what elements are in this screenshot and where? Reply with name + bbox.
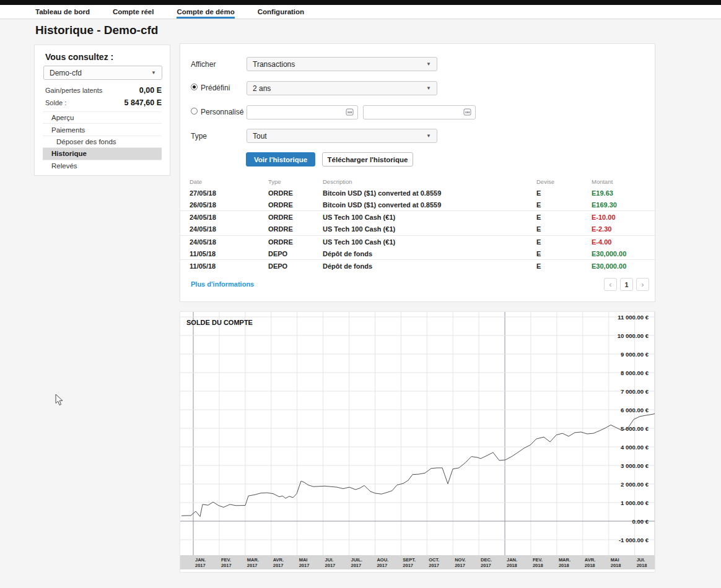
tab-tableau-de-bord[interactable]: Tableau de bord [35,5,90,19]
table-header-row: DateTypeDescriptionDeviseMontant [180,176,656,187]
cell-date: 24/05/18 [190,238,268,246]
cell-date: 27/05/18 [190,189,268,197]
pagination: ‹ 1 › [604,278,649,291]
cell-description: US Tech 100 Cash (€1) [323,225,536,233]
y-axis-tick-label: 3 000.00 € [621,462,649,469]
sidebar-heading: Vous consultez : [45,52,113,62]
column-header-description: Description [323,178,536,185]
table-row[interactable]: 11/05/18DEPODépôt de fondsEE30,000.00 [180,260,656,272]
x-axis-month-label: JAN. [195,557,206,563]
column-header-devise: Devise [536,178,592,185]
app-window: Tableau de bordCompte réelCompte de démo… [0,0,721,588]
pagination-current-page[interactable]: 1 [620,278,633,291]
calendar-icon[interactable] [346,107,354,118]
x-axis-month-label: FEV. [221,557,231,563]
pagination-next-button[interactable]: › [636,278,649,291]
chevron-down-icon: ▼ [151,70,156,76]
history-panel: Afficher Transactions ▼ Prédéfini 2 ans … [180,43,655,302]
tab-configuration[interactable]: Configuration [258,5,304,19]
y-axis-tick-label: 10 000.00 € [618,332,649,339]
column-header-montant: Montant [592,178,656,185]
chevron-down-icon: ▼ [426,85,431,91]
table-row[interactable]: 26/05/18ORDREBitcoin USD ($1) converted … [180,199,656,212]
account-select[interactable]: Demo-cfd ▼ [43,66,162,80]
sidebar-item-historique[interactable]: Historique [43,147,162,159]
cell-type: ORDRE [268,189,323,197]
x-axis-year-label: 2017 [351,563,362,568]
afficher-label: Afficher [191,60,216,69]
sidebar-item-releve-s[interactable]: Relevés [43,160,162,171]
table-row[interactable]: 24/05/18ORDREUS Tech 100 Cash (€1)EE-4.0… [180,236,656,248]
predefini-radio[interactable] [191,84,198,90]
cell-devise: E [536,262,592,270]
cell-montant: E30,000.00 [592,262,656,270]
x-axis-month-label: FEV. [533,557,543,563]
cell-montant: E169.30 [592,201,656,209]
y-axis-tick-label: 7 000.00 € [621,388,649,395]
calendar-icon[interactable] [463,107,471,118]
y-axis-tick-label: 6 000.00 € [621,407,649,413]
x-axis-month-label: JUI. [637,557,645,563]
personnalise-radio[interactable] [191,108,198,115]
x-axis-month-label: AVR. [273,557,284,563]
sidebar-item-paiements[interactable]: Paiements [43,123,162,135]
cell-description: Bitcoin USD ($1) converted at 0.8559 [323,189,536,197]
x-axis-year-label: 2018 [585,563,595,568]
x-axis-month-label: MAR. [247,557,259,563]
tab-compte-de-de-mo[interactable]: Compte de démo [177,5,234,19]
more-info-link[interactable]: Plus d'informations [191,280,254,288]
afficher-select-value: Transactions [253,60,295,69]
cell-type: ORDRE [268,214,323,221]
table-row[interactable]: 24/05/18ORDREUS Tech 100 Cash (€1)EE-2.3… [180,223,656,236]
x-axis-year-label: 2017 [221,563,232,568]
x-axis-year-label: 2017 [377,563,387,568]
cell-type: ORDRE [268,201,323,209]
table-row[interactable]: 27/05/18ORDREBitcoin USD ($1) converted … [180,187,656,199]
download-history-button[interactable]: Télécharger l'historique [322,152,413,166]
balance-label: Solde : [45,99,66,106]
pagination-prev-button[interactable]: ‹ [604,278,617,291]
table-row[interactable]: 24/05/18ORDREUS Tech 100 Cash (€1)EE-10.… [180,211,656,223]
y-axis-tick-label: 1 000.00 € [621,499,649,506]
cell-devise: E [536,238,592,246]
x-axis-month-label: AVR. [585,557,595,563]
unrealised-pl-row: Gain/pertes latents 0,00 E [45,86,162,95]
sidebar-item-de-poser-des-fonds[interactable]: Déposer des fonds [43,136,162,147]
y-axis-tick-label: 11 000.00 € [618,314,649,321]
predefini-label: Prédéfini [201,84,230,92]
x-axis-month-label: AOU. [377,557,388,563]
cell-date: 11/05/18 [190,262,268,270]
cell-type: ORDRE [268,238,323,246]
y-axis-tick-label: 2 000.00 € [621,481,649,488]
x-axis-year-label: 2017 [481,563,491,568]
column-header-date: Date [190,178,268,185]
mouse-cursor-icon [55,394,64,406]
x-axis-month-label: JUIL. [351,557,362,563]
y-axis-tick-label: 4 000.00 € [621,444,649,451]
date-to-input[interactable] [363,105,476,119]
date-from-input[interactable] [247,105,358,119]
account-select-value: Demo-cfd [50,69,82,77]
predefini-select[interactable]: 2 ans ▼ [247,81,437,95]
chart-title: SOLDE DU COMPTE [186,319,253,326]
unrealised-pl-value: 0,00 E [139,86,162,95]
main-navigation: Tableau de bordCompte réelCompte de démo… [0,5,721,19]
cell-type: ORDRE [268,225,323,233]
view-history-button[interactable]: Voir l'historique [246,152,315,166]
cell-date: 11/05/18 [190,250,268,257]
cell-devise: E [536,250,592,257]
type-select[interactable]: Tout ▼ [247,129,437,143]
x-axis-year-label: 2018 [637,563,647,568]
balance-value: 5 847,60 E [125,98,162,107]
cell-date: 26/05/18 [190,201,268,209]
x-axis-year-label: 2017 [247,563,258,568]
cell-devise: E [536,189,592,197]
x-axis-month-label: JUI. [325,557,334,563]
sidebar-item-aperc-u[interactable]: Aperçu [43,111,162,123]
afficher-select[interactable]: Transactions ▼ [247,57,437,71]
table-row[interactable]: 11/05/18DEPODépôt de fondsEE30,000.00 [180,248,656,260]
tab-compte-re-el[interactable]: Compte réel [113,5,154,19]
sidebar-menu: AperçuPaiementsDéposer des fondsHistoriq… [43,111,162,171]
balance-chart: 11 000.00 €10 000.00 €9 000.00 €8 000.00… [180,312,655,572]
balance-line-series [181,413,655,517]
